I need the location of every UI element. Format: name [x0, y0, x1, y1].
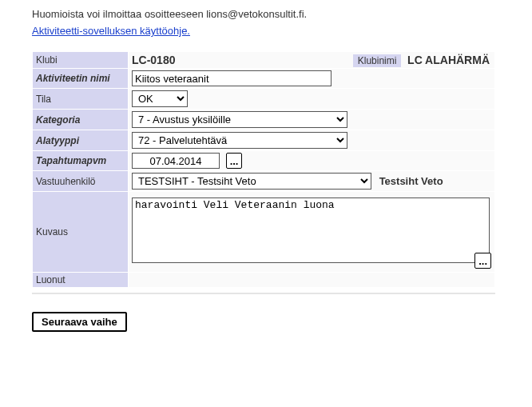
label-klubinimi: Klubinimi [353, 54, 402, 67]
label-vastuuhenkilo: Vastuuhenkilö [33, 171, 129, 192]
tapahtumapvm-input[interactable] [132, 153, 220, 169]
help-link[interactable]: Aktiviteetti-sovelluksen käyttöohje. [32, 25, 190, 37]
date-picker-button[interactable]: ... [226, 153, 243, 169]
label-aktiviteetin-nimi: Aktiviteetin nimi [33, 69, 129, 89]
activity-form: Klubi LC-0180 Klubinimi LC ALAHÄRMÄ Akti… [32, 51, 495, 288]
aktiviteetin-nimi-input[interactable] [132, 70, 332, 86]
label-luonut: Luonut [33, 273, 129, 288]
kategoria-select[interactable]: 7 - Avustus yksilöille [132, 111, 347, 128]
label-kategoria: Kategoria [33, 110, 129, 130]
klubinimi-value: LC ALAHÄRMÄ [407, 54, 490, 66]
vastuuhenkilo-name: Testsiht Veto [379, 175, 443, 187]
label-tapahtumapvm: Tapahtumapvm [33, 151, 129, 171]
kuvaus-textarea[interactable] [132, 198, 490, 263]
next-step-button[interactable]: Seuraava vaihe [32, 312, 127, 332]
label-alatyyppi: Alatyyppi [33, 130, 129, 151]
klubi-code: LC-0180 [132, 54, 175, 66]
divider [32, 293, 495, 294]
vastuuhenkilo-select[interactable]: TESTSIHT - Testsiht Veto [132, 173, 371, 190]
tila-select[interactable]: OK [132, 90, 188, 107]
kuvaus-ellipsis-button[interactable]: ... [474, 253, 491, 269]
label-kuvaus: Kuvaus [33, 192, 129, 273]
alatyyppi-select[interactable]: 72 - Palvelutehtävä [132, 132, 347, 149]
intro-text: Huomioista voi ilmoittaa osoitteeseen li… [32, 8, 500, 20]
label-tila: Tila [33, 89, 129, 110]
label-klubi: Klubi [33, 52, 129, 69]
